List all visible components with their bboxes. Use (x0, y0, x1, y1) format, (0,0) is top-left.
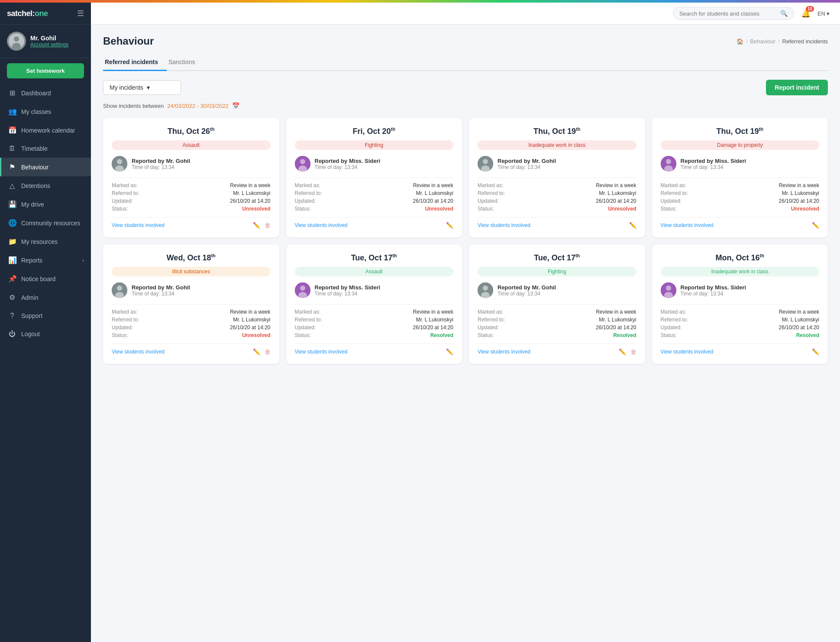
breadcrumb-behaviour[interactable]: Behaviour (750, 38, 775, 45)
edit-icon[interactable]: ✏️ (619, 348, 626, 355)
search-input[interactable] (679, 10, 777, 17)
view-students-link[interactable]: View students involved (112, 222, 165, 228)
sidebar-item-timetable[interactable]: 🗓 Timetable (0, 139, 91, 158)
detail-value: 26/10/20 at 14:20 (413, 324, 453, 331)
search-bar[interactable]: 🔍 (673, 7, 794, 20)
card-actions: ✏️ 🗑 (619, 348, 636, 355)
card-date: Wed, Oct 18th (112, 253, 271, 263)
detail-label: Updated: (661, 198, 682, 204)
set-homework-button[interactable]: Set homework (7, 63, 84, 78)
account-settings-link[interactable]: Account settings (30, 42, 68, 48)
chevron-down-icon: ▾ (147, 84, 150, 91)
detail-row: Status: Unresolved (478, 206, 636, 212)
detail-value: 26/10/20 at 14:20 (230, 198, 270, 204)
card-date: Thu, Oct 19th (478, 126, 636, 136)
incident-badge: Assault (295, 267, 454, 276)
detail-label: Status: (661, 332, 677, 338)
card-details: Marked as: Review in a week Referred to:… (478, 178, 636, 212)
card-date: Fri, Oct 20th (295, 126, 454, 136)
detail-row: Updated: 26/10/20 at 14:20 (295, 324, 454, 331)
view-students-link[interactable]: View students involved (112, 349, 165, 355)
date-range-link[interactable]: 24/03/2022 - 30/03/2022 (167, 103, 229, 109)
reporter-time: Time of day: 13:34 (681, 291, 746, 297)
delete-icon[interactable]: 🗑 (630, 348, 636, 355)
detail-label: Status: (295, 206, 311, 212)
breadcrumb-current: Referred incidents (782, 38, 828, 45)
detail-value: 26/10/20 at 14:20 (779, 198, 819, 204)
edit-icon[interactable]: ✏️ (253, 222, 260, 229)
detail-value: Mr. L Lukomskyi (599, 317, 636, 323)
detail-value: Review in a week (413, 182, 453, 188)
home-icon[interactable]: 🏠 (737, 38, 743, 45)
sidebar-item-admin[interactable]: ⚙ Admin (0, 288, 91, 307)
calendar-icon[interactable]: 📅 (232, 102, 239, 109)
sidebar-item-dashboard[interactable]: ⊞ Dashboard (0, 84, 91, 102)
detail-value: Review in a week (230, 309, 270, 315)
edit-icon[interactable]: ✏️ (253, 348, 260, 355)
reporter-time: Time of day: 13:34 (132, 164, 190, 170)
sidebar: satchel:one ☰ Mr. Gohil Account settings… (0, 3, 91, 642)
sidebar-item-label: Reports (21, 257, 42, 264)
detail-row: Status: Resolved (478, 332, 636, 338)
edit-icon[interactable]: ✏️ (446, 348, 453, 355)
report-incident-button[interactable]: Report incident (766, 80, 828, 95)
view-students-link[interactable]: View students involved (295, 349, 348, 355)
reporter-info: Reported by Miss. Sideri Time of day: 13… (315, 284, 381, 297)
reporter-section: Reported by Miss. Sideri Time of day: 13… (295, 156, 454, 172)
reporter-info: Reported by Mr. Gohil Time of day: 13:34 (132, 284, 190, 297)
sidebar-item-my-resources[interactable]: 📁 My resources (0, 232, 91, 251)
detail-row: Marked as: Review in a week (112, 309, 271, 315)
detail-row: Referred to: Mr. L Lukomskyi (661, 317, 820, 323)
edit-icon[interactable]: ✏️ (812, 348, 819, 355)
notice-board-icon: 📌 (8, 275, 16, 283)
notifications-button[interactable]: 🔔 10 (799, 7, 812, 20)
sidebar-item-my-drive[interactable]: 💾 My drive (0, 195, 91, 214)
reporter-section: Reported by Mr. Gohil Time of day: 13:34 (112, 156, 271, 172)
logout-icon: ⏻ (8, 330, 16, 338)
reporter-avatar (661, 282, 676, 298)
detail-value: 26/10/20 at 14:20 (596, 198, 636, 204)
sidebar-item-community-resources[interactable]: 🌐 Community resources (0, 214, 91, 232)
detail-row: Marked as: Review in a week (661, 309, 820, 315)
page-header: Behaviour 🏠 / Behaviour / Referred incid… (103, 35, 828, 47)
svg-point-19 (300, 285, 305, 291)
reporter-name: Reported by Mr. Gohil (132, 158, 190, 164)
sidebar-item-homework-calendar[interactable]: 📅 Homework calendar (0, 121, 91, 139)
hamburger-icon[interactable]: ☰ (77, 9, 84, 18)
edit-icon[interactable]: ✏️ (629, 222, 636, 229)
card-footer: View students involved ✏️ (661, 344, 820, 355)
detail-row: Marked as: Review in a week (661, 182, 820, 188)
sidebar-item-support[interactable]: ? Support (0, 307, 91, 325)
delete-icon[interactable]: 🗑 (265, 222, 271, 229)
sidebar-nav: ⊞ Dashboard 👥 My classes 📅 Homework cale… (0, 84, 91, 343)
view-students-link[interactable]: View students involved (478, 349, 530, 355)
sidebar-item-my-classes[interactable]: 👥 My classes (0, 102, 91, 121)
view-students-link[interactable]: View students involved (661, 349, 714, 355)
card-actions: ✏️ 🗑 (253, 348, 271, 355)
language-button[interactable]: EN ▾ (817, 10, 830, 17)
edit-icon[interactable]: ✏️ (446, 222, 453, 229)
sidebar-item-notice-board[interactable]: 📌 Notice board (0, 269, 91, 288)
reporter-time: Time of day: 13:34 (498, 291, 556, 297)
detail-value: Mr. L Lukomskyi (782, 190, 819, 196)
reporter-avatar (295, 156, 310, 172)
view-students-link[interactable]: View students involved (661, 222, 714, 228)
view-students-link[interactable]: View students involved (478, 222, 530, 228)
detail-row: Marked as: Review in a week (295, 182, 454, 188)
reporter-time: Time of day: 13:34 (315, 291, 381, 297)
view-students-link[interactable]: View students involved (295, 222, 348, 228)
tab-referred-incidents[interactable]: Referred incidents (103, 54, 167, 71)
sidebar-item-behaviour[interactable]: ⚑ Behaviour (0, 158, 91, 176)
card-footer: View students involved ✏️ (295, 217, 454, 229)
my-classes-icon: 👥 (8, 107, 16, 116)
tab-sanctions[interactable]: Sanctions (167, 54, 204, 71)
delete-icon[interactable]: 🗑 (265, 348, 271, 355)
detail-row: Updated: 26/10/20 at 14:20 (478, 198, 636, 204)
edit-icon[interactable]: ✏️ (812, 222, 819, 229)
sidebar-item-reports[interactable]: 📊 Reports › (0, 251, 91, 269)
incidents-filter[interactable]: My incidents ▾ (103, 80, 181, 95)
detail-label: Updated: (295, 198, 316, 204)
sidebar-item-logout[interactable]: ⏻ Logout (0, 325, 91, 343)
reporter-avatar (478, 282, 493, 298)
sidebar-item-detentions[interactable]: △ Detentions (0, 176, 91, 195)
